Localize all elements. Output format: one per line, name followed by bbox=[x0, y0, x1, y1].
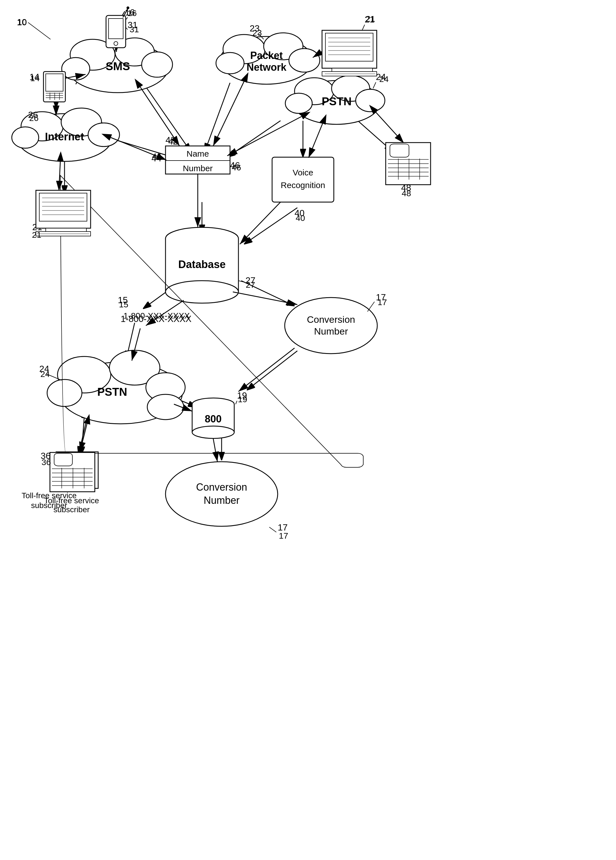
ref-44-label: 44 bbox=[152, 152, 161, 161]
svg-line-144 bbox=[367, 302, 375, 312]
svg-line-123 bbox=[376, 112, 404, 143]
svg-text:Conversion: Conversion bbox=[196, 481, 247, 493]
svg-text:Name: Name bbox=[187, 149, 209, 158]
ref-48-label: 48 bbox=[402, 188, 411, 198]
ref-21-bottom-label: 21 bbox=[32, 230, 41, 240]
svg-line-136 bbox=[80, 424, 87, 452]
svg-line-142 bbox=[373, 82, 376, 88]
ref-19-label: 19 bbox=[238, 395, 247, 404]
ref-26-label: 26 bbox=[29, 113, 38, 123]
svg-point-41 bbox=[356, 89, 385, 112]
svg-text:Number: Number bbox=[204, 494, 240, 506]
phone-number: 1-800-XXX-XXXX bbox=[121, 314, 191, 324]
ref-36-label: 36 bbox=[42, 458, 51, 467]
svg-point-63 bbox=[285, 298, 377, 354]
svg-point-70 bbox=[47, 380, 82, 406]
diagram-container: SMS Packet Network PSTN Internet Name Nu… bbox=[0, 0, 616, 860]
ref-21-top-label: 21 bbox=[366, 14, 375, 24]
svg-rect-60 bbox=[272, 157, 334, 202]
svg-point-42 bbox=[285, 93, 312, 113]
svg-text:Internet: Internet bbox=[45, 131, 84, 143]
svg-point-77 bbox=[192, 426, 234, 438]
ref-10-label: 10 bbox=[17, 17, 27, 27]
svg-point-48 bbox=[12, 127, 39, 148]
svg-rect-186 bbox=[106, 16, 126, 48]
svg-rect-166 bbox=[322, 30, 377, 68]
svg-line-122 bbox=[309, 124, 323, 158]
svg-rect-191 bbox=[44, 72, 65, 102]
svg-line-133 bbox=[238, 348, 295, 392]
svg-point-79 bbox=[166, 462, 278, 526]
svg-text:PSTN: PSTN bbox=[322, 95, 352, 108]
ref-40-label: 40 bbox=[296, 213, 305, 223]
svg-line-146 bbox=[236, 401, 237, 404]
ref-27-label: 27 bbox=[246, 280, 255, 290]
svg-point-71 bbox=[147, 394, 184, 420]
svg-text:800: 800 bbox=[205, 413, 222, 425]
svg-text:Recognition: Recognition bbox=[281, 180, 325, 190]
svg-line-137 bbox=[28, 22, 50, 39]
svg-point-34 bbox=[289, 49, 320, 72]
toll-free-label: Toll-free service subscriber bbox=[41, 496, 102, 514]
svg-text:Database: Database bbox=[179, 259, 226, 270]
svg-text:Voice: Voice bbox=[293, 168, 313, 177]
svg-point-58 bbox=[166, 281, 238, 303]
ref-14-label: 14 bbox=[30, 74, 39, 83]
svg-text:PSTN: PSTN bbox=[97, 386, 127, 398]
ref-46-label: 46 bbox=[232, 163, 241, 172]
ref-24-top-label: 24 bbox=[379, 74, 389, 84]
ref-15-label: 15 bbox=[119, 300, 128, 309]
svg-line-121 bbox=[227, 116, 301, 156]
svg-line-147 bbox=[269, 527, 276, 532]
svg-point-35 bbox=[216, 52, 244, 74]
svg-text:Conversion: Conversion bbox=[307, 314, 355, 325]
svg-line-129 bbox=[240, 202, 281, 244]
ref-17-bottom-label: 17 bbox=[279, 531, 288, 541]
svg-line-131 bbox=[233, 292, 297, 304]
ref-23-label: 23 bbox=[252, 28, 262, 38]
svg-text:Number: Number bbox=[314, 326, 348, 337]
svg-line-135 bbox=[213, 438, 217, 462]
svg-rect-176 bbox=[36, 190, 91, 228]
main-diagram: SMS Packet Network PSTN Internet Name Nu… bbox=[0, 0, 616, 860]
svg-text:Network: Network bbox=[246, 61, 287, 73]
ref-42-label: 42 bbox=[168, 137, 177, 146]
svg-point-47 bbox=[88, 123, 119, 146]
svg-point-29 bbox=[142, 52, 172, 77]
ref-31-label: 31 bbox=[130, 25, 139, 34]
svg-text:Packet: Packet bbox=[250, 50, 283, 61]
sms-label: SMS bbox=[106, 60, 130, 72]
svg-text:Number: Number bbox=[183, 164, 213, 173]
svg-line-119 bbox=[213, 82, 244, 146]
ref-16-label: 16 bbox=[127, 8, 136, 18]
ref-24-bottom-label: 24 bbox=[41, 369, 50, 379]
ref-17-top-label: 17 bbox=[378, 298, 387, 307]
svg-line-143 bbox=[238, 281, 244, 282]
